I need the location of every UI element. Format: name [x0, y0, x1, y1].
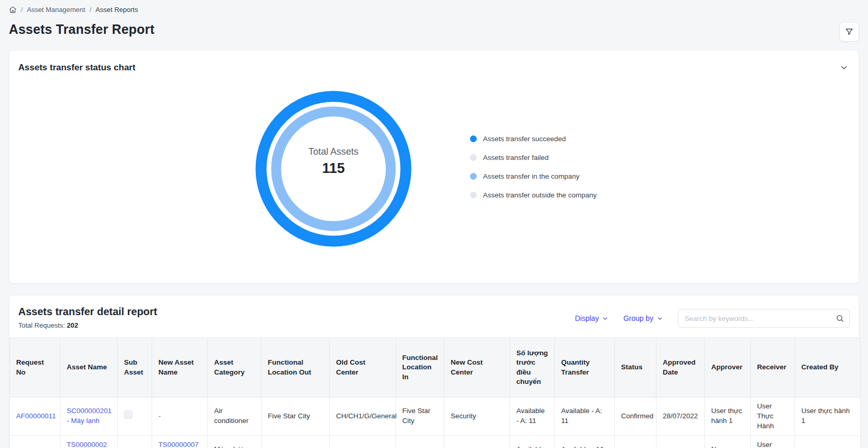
detail-header: Assets transfer detail report Total Requ… [9, 306, 859, 329]
filter-button[interactable] [839, 22, 859, 42]
column-header-approved_date: Approved Date [656, 338, 705, 397]
breadcrumb-separator: / [90, 6, 92, 14]
cell-asset_category: Air conditioner [208, 397, 262, 436]
assets-transfer-report-page: / Asset Management / Asset Reports Asset… [0, 0, 868, 448]
cell-sub_asset [118, 397, 152, 436]
column-header-func_loc_out: Functional Location Out [262, 338, 330, 397]
display-dropdown[interactable]: Display [575, 314, 609, 322]
column-header-status: Status [615, 338, 656, 397]
table-header-row: Request NoAsset NameSub AssetNew Asset N… [10, 338, 861, 397]
cell-qty_before: Available - A1: 10 [510, 435, 555, 448]
cell-request_no: AF00000016 [10, 435, 60, 448]
cell-approver: Nguyen Vu 01 [705, 435, 751, 448]
legend-item-label: Assets transfer outside the company [483, 191, 597, 199]
cell-qty_before: Available - A: 11 [510, 397, 555, 436]
group-by-dropdown[interactable]: Group by [623, 314, 663, 322]
total-requests: Total Requests: 202 [18, 321, 157, 329]
asset_name-link[interactable]: SC000000201 - Máy lạnh [67, 407, 111, 425]
legend-item-1[interactable]: Assets transfer failed [470, 154, 597, 161]
table-row: AF00000016TS00000002 - HaoTest3008TS0000… [10, 435, 861, 448]
legend-item-label: Assets transfer succeeded [483, 135, 566, 143]
funnel-icon [845, 27, 854, 36]
sub-asset-checkbox[interactable] [124, 410, 132, 419]
donut-chart: Total Assets 115 [255, 91, 412, 247]
column-header-sub_asset: Sub Asset [118, 338, 152, 397]
column-header-approver: Approver [705, 338, 751, 397]
search-input[interactable] [685, 315, 836, 322]
legend-item-2[interactable]: Assets transfer in the company [470, 172, 597, 180]
legend-dot-icon [470, 192, 477, 198]
breadcrumb-item-asset-reports[interactable]: Asset Reports [95, 6, 138, 14]
column-header-asset_name: Asset Name [60, 338, 118, 397]
column-header-qty_before: Số lượng trước điều chuyển [510, 338, 555, 397]
cell-qty_transfer: Available - A1: 1 [555, 435, 615, 448]
cell-approved_date: 28/07/2022 [656, 397, 705, 436]
column-header-func_loc_in: Functional Location In [396, 338, 444, 397]
page-header: Assets Transfer Report [9, 22, 859, 42]
legend-item-3[interactable]: Assets transfer outside the company [470, 191, 597, 199]
cell-asset_name: TS00000002 - HaoTest3008 [60, 435, 118, 448]
breadcrumb-item-asset-management[interactable]: Asset Management [27, 6, 85, 14]
column-header-created_by: Created By [795, 338, 861, 397]
cell-status: Confirmed [615, 397, 656, 436]
cell-created_by: User Thực Hành [795, 435, 861, 448]
donut-center: Total Assets 115 [255, 83, 412, 240]
donut-center-value: 115 [322, 160, 345, 177]
cell-func_loc_out: Five Star City [262, 435, 330, 448]
cell-old_cost_center: CH/CH1/G/Banquet [330, 435, 396, 448]
column-header-request_no: Request No [10, 338, 60, 397]
donut-center-label: Total Assets [308, 146, 358, 157]
column-header-old_cost_center: Old Cost Center [330, 338, 396, 397]
request_no-link[interactable]: AF00000011 [16, 412, 56, 420]
cell-approved_date: 08/09/2023 [656, 435, 705, 448]
cell-asset_name: SC000000201 - Máy lạnh [60, 397, 118, 436]
detail-table-wrap: Request NoAsset NameSub AssetNew Asset N… [9, 338, 859, 448]
collapse-chevron-down-icon[interactable] [838, 62, 850, 73]
cell-func_loc_in: Green City [396, 435, 444, 448]
display-dropdown-label: Display [575, 314, 599, 322]
column-header-receiver: Receiver [751, 338, 795, 397]
assets-transfer-status-chart-card: Assets transfer status chart Total Asset… [9, 50, 859, 283]
assets-transfer-detail-table: Request NoAsset NameSub AssetNew Asset N… [9, 338, 861, 448]
chart-card-header: Assets transfer status chart [18, 62, 850, 73]
home-icon[interactable] [9, 6, 17, 14]
cell-new_asset_name: - [152, 397, 208, 436]
cell-new_asset_name: TS00000007 - HaoTest3008 [152, 435, 208, 448]
cell-qty_transfer: Available - A: 11 [555, 397, 615, 436]
search-icon[interactable] [836, 314, 844, 322]
chart-card-title: Assets transfer status chart [18, 63, 135, 73]
cell-func_loc_out: Five Star City [262, 397, 330, 436]
legend-item-label: Assets transfer failed [483, 154, 549, 161]
new_asset_name-link[interactable]: - [158, 412, 161, 420]
chart-legend: Assets transfer succeededAssets transfer… [470, 135, 597, 199]
cell-new_cost_center: CH/CH1/G/Banquet [444, 435, 510, 448]
assets-transfer-detail-report-card: Assets transfer detail report Total Requ… [9, 295, 859, 448]
table-row: AF00000011SC000000201 - Máy lạnh-Air con… [10, 397, 861, 436]
total-requests-value: 202 [67, 321, 78, 329]
cell-approver: User thực hành 1 [705, 397, 751, 436]
total-requests-label: Total Requests: [18, 321, 65, 329]
new_asset_name-link[interactable]: TS00000007 - HaoTest3008 [158, 441, 200, 448]
detail-controls: Display Group by [575, 309, 850, 328]
column-header-new_asset_name: New Asset Name [152, 338, 208, 397]
breadcrumb-separator: / [21, 6, 23, 14]
group-by-dropdown-label: Group by [623, 314, 653, 322]
column-header-new_cost_center: New Cost Center [444, 338, 510, 397]
chart-body: Total Assets 115 Assets transfer succeed… [18, 73, 850, 247]
cell-created_by: User thực hành 1 [795, 397, 861, 436]
breadcrumb: / Asset Management / Asset Reports [9, 4, 859, 15]
column-header-qty_transfer: Quantity Transfer [555, 338, 615, 397]
legend-item-0[interactable]: Assets transfer succeeded [470, 135, 597, 143]
search-box [678, 309, 850, 328]
legend-item-label: Assets transfer in the company [483, 172, 579, 180]
legend-dot-icon [470, 135, 477, 142]
cell-receiver: User Thực Hành [751, 435, 795, 448]
cell-receiver: User Thực Hành [751, 397, 795, 436]
chevron-down-icon [656, 315, 663, 322]
cell-request_no: AF00000011 [10, 397, 60, 436]
asset_name-link[interactable]: TS00000002 - HaoTest3008 [67, 441, 108, 448]
page-title: Assets Transfer Report [9, 22, 155, 37]
detail-report-title: Assets transfer detail report [18, 306, 157, 318]
cell-sub_asset [118, 435, 152, 448]
cell-status: Confirmed [615, 435, 656, 448]
